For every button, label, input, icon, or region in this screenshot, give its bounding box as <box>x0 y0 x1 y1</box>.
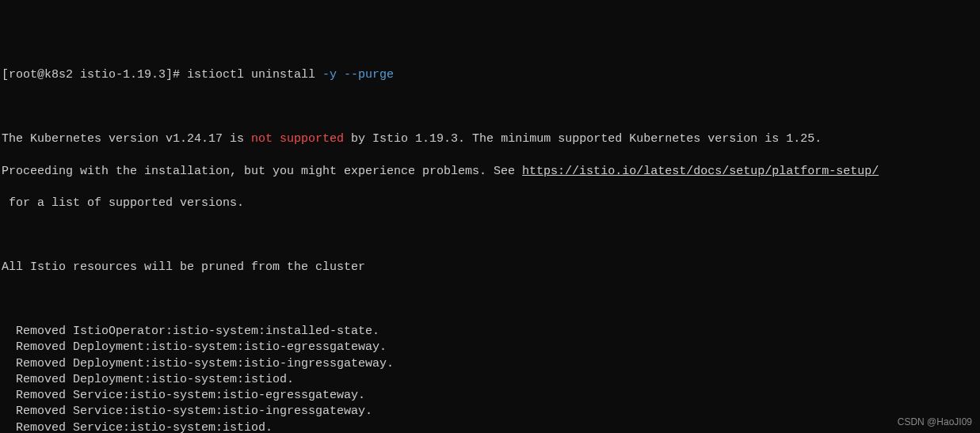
command-options: -y --purge <box>322 68 394 82</box>
removed-item: Removed Service:istio-system:istio-ingre… <box>16 404 978 420</box>
removed-item: Removed Deployment:istio-system:istiod. <box>16 372 978 388</box>
prune-header: All Istio resources will be pruned from … <box>2 260 978 275</box>
terminal-output[interactable]: [root@k8s2 istio-1.19.3]# istioctl unins… <box>2 67 978 433</box>
blank-line <box>2 228 978 244</box>
removed-item: Removed Deployment:istio-system:istio-in… <box>16 356 978 372</box>
warning-post-text: by Istio 1.19.3. The minimum supported K… <box>344 132 822 146</box>
docs-link[interactable]: https://istio.io/latest/docs/setup/platf… <box>522 165 879 178</box>
error-text: not supported <box>251 132 344 146</box>
removed-list: Removed IstioOperator:istio-system:insta… <box>2 324 978 433</box>
removed-item: Removed IstioOperator:istio-system:insta… <box>16 324 978 340</box>
shell-prompt: [root@k8s2 istio-1.19.3]# <box>2 68 180 82</box>
blank-line <box>2 292 978 308</box>
warning-line-1: The Kubernetes version v1.24.17 is not s… <box>2 131 978 147</box>
command-name: istioctl uninstall <box>187 68 315 82</box>
removed-item: Removed Service:istio-system:istio-egres… <box>16 388 978 404</box>
removed-item: Removed Deployment:istio-system:istio-eg… <box>16 340 978 355</box>
warning-line-3: for a list of supported versions. <box>2 196 978 211</box>
removed-item: Removed Service:istio-system:istiod. <box>16 420 978 434</box>
warning-line2-pre: Proceeding with the installation, but yo… <box>2 165 522 178</box>
prompt-line: [root@k8s2 istio-1.19.3]# istioctl unins… <box>2 67 978 83</box>
warning-pre-text: The Kubernetes version v1.24.17 is <box>2 132 251 146</box>
blank-line <box>2 100 978 116</box>
watermark: CSDN @HaoJI09 <box>898 416 972 428</box>
warning-line-2: Proceeding with the installation, but yo… <box>2 164 978 180</box>
